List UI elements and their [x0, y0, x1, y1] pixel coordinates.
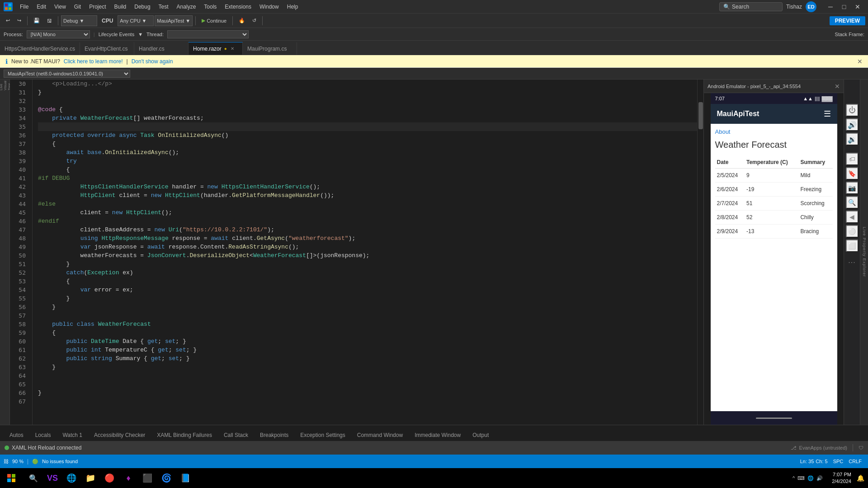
code-lines[interactable]: <p>Loading...</p>}@code { private Weathe… [33, 80, 697, 425]
save-button[interactable]: 💾 [30, 15, 43, 26]
emu-circle-button[interactable]: ⚪ [846, 225, 859, 238]
token: []>(jsonResponse); [306, 251, 369, 260]
menu-extensions[interactable]: Extensions [221, 2, 255, 12]
clock[interactable]: 7:07 PM 2/4/2024 [828, 471, 855, 485]
emulator-close-button[interactable]: ✕ [835, 83, 840, 90]
menu-debug[interactable]: Debug [131, 2, 154, 12]
forecast-cell-date-3: 2/8/2024 [715, 211, 745, 225]
refresh-button[interactable]: ↺ [249, 15, 259, 26]
token: override [87, 131, 115, 140]
live-visual-tree-icon[interactable]: Live Visual Tree [1, 81, 9, 89]
undo-button[interactable]: ↩ [3, 15, 13, 26]
menu-git[interactable]: Git [71, 2, 85, 12]
menu-project[interactable]: Project [85, 2, 109, 12]
preview-button[interactable]: PREVIEW [830, 16, 865, 25]
maximize-button[interactable]: □ [837, 0, 851, 14]
bottom-tab-breakpoints[interactable]: Breakpoints [254, 428, 294, 441]
target-dropdown[interactable]: MauiApiTest (net8.0-windows10.0.19041.0) [4, 70, 130, 78]
scroll-thumb[interactable] [698, 102, 703, 129]
bottom-tab-output[interactable]: Output [467, 428, 495, 441]
emu-power-button[interactable]: ⏻ [846, 104, 859, 117]
taskbar-chrome-icon[interactable]: 🌀 [157, 469, 175, 487]
bottom-tab-locals[interactable]: Locals [29, 428, 57, 441]
emu-zoom-in-button[interactable]: 🔍 [846, 196, 859, 209]
start-button[interactable] [0, 468, 23, 488]
taskbar-app1-icon[interactable]: 🔴 [100, 469, 118, 487]
emu-volume-up-button[interactable]: 🔊 [846, 118, 859, 131]
tab-close-button-3[interactable]: ✕ [230, 46, 235, 52]
taskbar-app4-icon[interactable]: 📘 [176, 469, 194, 487]
about-link[interactable]: About [715, 126, 731, 138]
continue-button[interactable]: ▶ Continue [198, 15, 230, 26]
forecast-cell-temp-0: 9 [745, 169, 798, 183]
bottom-tab-xaml-binding-failures[interactable]: XAML Binding Failures [151, 428, 218, 441]
tray-chevron[interactable]: ^ [793, 475, 795, 481]
code-scrollbar[interactable] [697, 80, 703, 425]
taskbar-edge-icon[interactable]: 🌐 [62, 469, 80, 487]
bottom-tab-accessibility-checker[interactable]: Accessibility Checker [88, 428, 151, 441]
menu-help[interactable]: Help [283, 2, 302, 12]
code-editor[interactable]: 3031323334353637383940414243444546474849… [10, 80, 703, 425]
hamburger-icon[interactable]: ☰ [824, 109, 831, 119]
forecast-title: Weather Forecast [715, 140, 833, 150]
cpu-dropdown[interactable]: Any CPU ▼ [118, 15, 154, 26]
emu-tag-button[interactable]: 🏷 [846, 153, 859, 165]
taskbar-vs-icon[interactable]: VS [43, 469, 61, 487]
menu-view[interactable]: View [51, 2, 70, 12]
bottom-tab-call-stack[interactable]: Call Stack [218, 428, 254, 441]
emu-volume-down-button[interactable]: 🔉 [846, 133, 859, 145]
emu-square-button[interactable]: ⬜ [846, 239, 859, 252]
menu-build[interactable]: Build [111, 2, 130, 12]
bottom-tab-command-window[interactable]: Command Window [351, 428, 409, 441]
project-dropdown-label: MauiApiTest [157, 18, 184, 23]
token [38, 148, 66, 157]
menu-tools[interactable]: Tools [200, 2, 220, 12]
taskbar-app3-icon[interactable]: ⬛ [138, 469, 156, 487]
tab-httpclient-handler[interactable]: HttpsClientHandlerService.cs [0, 42, 80, 55]
token: client. [228, 234, 256, 243]
bottom-tab-watch-1[interactable]: Watch 1 [57, 428, 88, 441]
debug-dropdown[interactable]: Debug ▼ [61, 15, 97, 26]
menu-window[interactable]: Window [256, 2, 283, 12]
emu-more-options[interactable]: ··· [848, 258, 855, 267]
bottom-tab-immediate-window[interactable]: Immediate Window [409, 428, 467, 441]
notification-close-button[interactable]: ✕ [857, 58, 863, 65]
token: await [66, 148, 84, 157]
line-number-31: 31 [10, 88, 28, 97]
search-box[interactable]: 🔍 Search [719, 2, 783, 11]
notification-link[interactable]: Click here to learn more! [64, 58, 123, 65]
tab-mauiprogram[interactable]: MauiProgram.cs [243, 42, 297, 55]
emu-bookmark-button[interactable]: 🔖 [846, 167, 859, 180]
taskbar-search[interactable]: 🔍 [24, 469, 42, 487]
menu-analyze[interactable]: Analyze [173, 2, 200, 12]
tab-home-razor[interactable]: Home.razor ● ✕ [189, 42, 243, 55]
menu-file[interactable]: File [16, 2, 32, 12]
taskbar-app2-icon[interactable]: ♦ [119, 469, 137, 487]
minimize-button[interactable]: ─ [824, 0, 837, 14]
project-dropdown[interactable]: MauiApiTest ▼ [155, 15, 193, 26]
save-all-button[interactable]: 🖫 [44, 15, 55, 26]
hot-reload-button[interactable]: 🔥 [236, 15, 248, 26]
live-property-label: Live Property Explorer [862, 227, 867, 277]
menu-edit[interactable]: Edit [33, 2, 50, 12]
debug-dropdown-label: Debug [63, 18, 78, 23]
code-line-52: catch(Exception ex) [38, 268, 697, 277]
menu-test[interactable]: Test [155, 2, 172, 12]
redo-button[interactable]: ↪ [14, 15, 24, 26]
notification-badge[interactable]: 🔔 [857, 474, 864, 482]
token: { [38, 328, 56, 337]
tab-handler[interactable]: Handler.cs [134, 42, 189, 55]
thread-dropdown[interactable] [167, 30, 249, 38]
tab-evanhttpclient[interactable]: EvanHttpClient.cs [80, 42, 134, 55]
line-number-49: 49 [10, 243, 28, 251]
line-number-57: 57 [10, 311, 28, 320]
bottom-tab-autos[interactable]: Autos [4, 428, 29, 441]
process-dropdown[interactable]: [N/A] Mono [27, 30, 90, 38]
emu-back-button[interactable]: ◀ [846, 211, 859, 223]
close-button[interactable]: ✕ [851, 0, 864, 14]
notification-dismiss[interactable]: Don't show again [132, 58, 173, 65]
taskbar-explorer-icon[interactable]: 📁 [81, 469, 99, 487]
bottom-tab-exception-settings[interactable]: Exception Settings [294, 428, 351, 441]
token: HttpResponseMessage [101, 234, 168, 243]
emu-camera-button[interactable]: 📷 [846, 182, 859, 194]
